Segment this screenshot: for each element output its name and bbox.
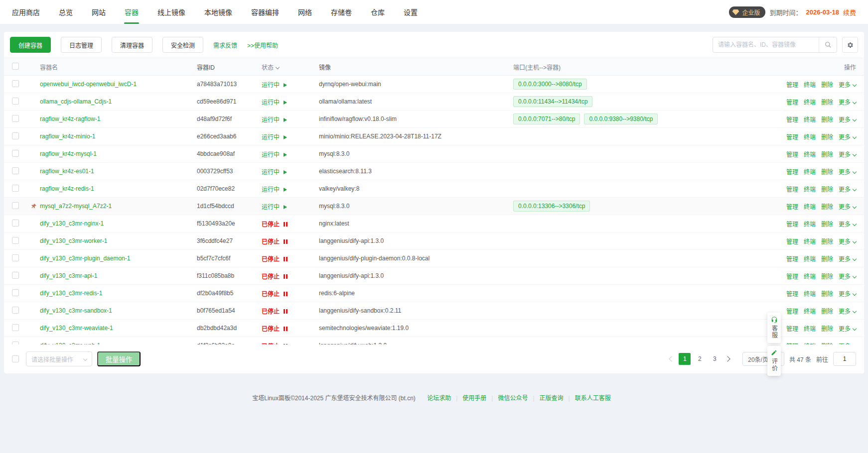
- batch-select-all-checkbox[interactable]: [12, 355, 19, 362]
- create-container-button[interactable]: 创建容器: [10, 37, 51, 53]
- search-button[interactable]: [819, 37, 837, 52]
- row-checkbox[interactable]: [12, 254, 19, 261]
- terminal-action[interactable]: 终端: [804, 256, 816, 263]
- row-checkbox[interactable]: [12, 237, 19, 244]
- delete-action[interactable]: 删除: [821, 308, 833, 315]
- more-action[interactable]: 更多: [839, 204, 856, 211]
- page-button-3[interactable]: 3: [709, 353, 721, 365]
- container-name-link[interactable]: dify_v130_c3mr-sandbox-1: [40, 307, 112, 314]
- manage-action[interactable]: 管理: [786, 238, 798, 245]
- row-checkbox[interactable]: [12, 167, 19, 174]
- delete-action[interactable]: 删除: [821, 186, 833, 193]
- manage-action[interactable]: 管理: [786, 273, 798, 280]
- more-action[interactable]: 更多: [839, 238, 856, 245]
- batch-apply-button[interactable]: 批量操作: [97, 351, 141, 366]
- container-name-link[interactable]: dify_v130_c3mr-weaviate-1: [40, 325, 113, 332]
- enterprise-badge[interactable]: 企业版: [729, 6, 765, 18]
- more-action[interactable]: 更多: [839, 308, 856, 315]
- row-checkbox[interactable]: [12, 220, 19, 226]
- container-name-link[interactable]: dify_v130_c3mr-worker-1: [40, 237, 107, 244]
- container-name-link[interactable]: ragflow_kr4z-mysql-1: [40, 150, 97, 157]
- nav-tab[interactable]: 应用商店: [12, 0, 40, 24]
- page-button-2[interactable]: 2: [694, 353, 706, 365]
- terminal-action[interactable]: 终端: [804, 204, 816, 211]
- footer-link[interactable]: 使用手册: [462, 395, 486, 402]
- more-action[interactable]: 更多: [839, 326, 856, 333]
- manage-action[interactable]: 管理: [786, 134, 798, 141]
- manage-action[interactable]: 管理: [786, 256, 798, 263]
- more-action[interactable]: 更多: [839, 221, 856, 228]
- delete-action[interactable]: 删除: [821, 151, 833, 158]
- row-checkbox[interactable]: [12, 289, 19, 296]
- terminal-action[interactable]: 终端: [804, 273, 816, 280]
- manage-action[interactable]: 管理: [786, 221, 798, 228]
- delete-action[interactable]: 删除: [821, 134, 833, 141]
- container-name-link[interactable]: ragflow_kr4z-es01-1: [40, 168, 94, 175]
- renew-link[interactable]: 续费: [843, 7, 856, 17]
- nav-tab[interactable]: 网站: [92, 0, 106, 24]
- terminal-action[interactable]: 终端: [804, 343, 816, 345]
- goto-page-input[interactable]: [833, 352, 856, 366]
- more-action[interactable]: 更多: [839, 273, 856, 280]
- delete-action[interactable]: 删除: [821, 116, 833, 123]
- row-checkbox[interactable]: [12, 150, 19, 157]
- container-name-link[interactable]: mysql_a7z2-mysql_A7z2-1: [40, 203, 112, 210]
- log-management-button[interactable]: 日志管理: [61, 37, 102, 53]
- more-action[interactable]: 更多: [839, 256, 856, 263]
- delete-action[interactable]: 删除: [821, 204, 833, 211]
- help-link[interactable]: >>使用帮助: [247, 41, 278, 49]
- review-widget[interactable]: 评价: [767, 346, 781, 376]
- terminal-action[interactable]: 终端: [804, 238, 816, 245]
- manage-action[interactable]: 管理: [786, 308, 798, 315]
- more-action[interactable]: 更多: [839, 82, 856, 89]
- delete-action[interactable]: 删除: [821, 169, 833, 176]
- terminal-action[interactable]: 终端: [804, 116, 816, 123]
- footer-link[interactable]: 微信公众号: [498, 395, 528, 402]
- nav-tab[interactable]: 总览: [59, 0, 73, 24]
- row-checkbox[interactable]: [12, 98, 19, 105]
- manage-action[interactable]: 管理: [786, 343, 798, 345]
- container-name-link[interactable]: dify_v130_c3mr-redis-1: [40, 290, 102, 297]
- row-checkbox[interactable]: [12, 324, 19, 331]
- terminal-action[interactable]: 终端: [804, 186, 816, 193]
- customer-service-widget[interactable]: 客服: [767, 313, 781, 343]
- manage-action[interactable]: 管理: [786, 99, 798, 106]
- row-checkbox[interactable]: [12, 202, 19, 209]
- container-name-link[interactable]: dify_v130_c3mr-plugin_daemon-1: [40, 255, 130, 262]
- container-name-link[interactable]: ollama_cdjs-ollama_Cdjs-1: [40, 98, 112, 105]
- more-action[interactable]: 更多: [839, 116, 856, 123]
- batch-action-select[interactable]: 请选择批量操作: [26, 351, 92, 366]
- manage-action[interactable]: 管理: [786, 151, 798, 158]
- manage-action[interactable]: 管理: [786, 186, 798, 193]
- container-name-link[interactable]: dify_v130_c3mr-web-1: [40, 342, 100, 344]
- delete-action[interactable]: 删除: [821, 99, 833, 106]
- row-checkbox[interactable]: [12, 185, 19, 192]
- delete-action[interactable]: 删除: [821, 326, 833, 333]
- more-action[interactable]: 更多: [839, 169, 856, 176]
- delete-action[interactable]: 删除: [821, 238, 833, 245]
- more-action[interactable]: 更多: [839, 186, 856, 193]
- terminal-action[interactable]: 终端: [804, 134, 816, 141]
- manage-action[interactable]: 管理: [786, 326, 798, 333]
- nav-tab[interactable]: 容器编排: [251, 0, 279, 24]
- nav-tab[interactable]: 仓库: [371, 0, 385, 24]
- manage-action[interactable]: 管理: [786, 82, 798, 89]
- feedback-link[interactable]: 需求反馈: [213, 41, 237, 49]
- more-action[interactable]: 更多: [839, 343, 856, 345]
- delete-action[interactable]: 删除: [821, 291, 833, 298]
- delete-action[interactable]: 删除: [821, 221, 833, 228]
- next-page-arrow[interactable]: [725, 356, 730, 361]
- clean-container-button[interactable]: 清理容器: [112, 37, 152, 53]
- terminal-action[interactable]: 终端: [804, 291, 816, 298]
- nav-tab[interactable]: 本地镜像: [204, 0, 232, 24]
- more-action[interactable]: 更多: [839, 151, 856, 158]
- row-checkbox[interactable]: [12, 80, 19, 87]
- security-check-button[interactable]: 安全检测: [162, 37, 203, 53]
- container-name-link[interactable]: dify_v130_c3mr-api-1: [40, 272, 97, 279]
- container-name-link[interactable]: ragflow_kr4z-minio-1: [40, 133, 95, 140]
- nav-tab[interactable]: 设置: [404, 0, 418, 24]
- footer-link[interactable]: 联系人工客服: [575, 395, 611, 402]
- row-checkbox[interactable]: [12, 341, 19, 345]
- manage-action[interactable]: 管理: [786, 291, 798, 298]
- select-all-checkbox[interactable]: [12, 63, 19, 70]
